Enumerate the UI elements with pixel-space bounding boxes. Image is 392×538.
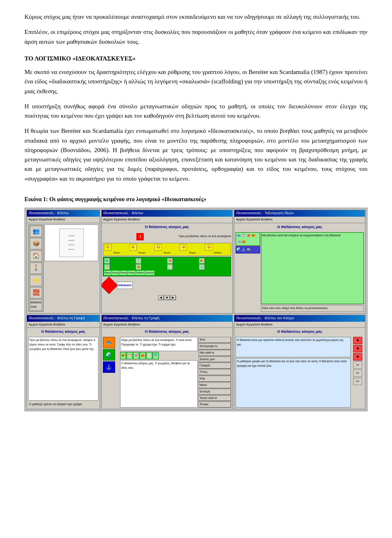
- green-label-4: Ψαριά: [128, 271, 135, 275]
- menu-btn-2[interactable]: Επιστροφή τις: [198, 343, 231, 350]
- panel6-text-2: Η μαθήτρια γράφει για τη θάλασσα και τα …: [236, 358, 351, 408]
- smiley-3: 😊: [154, 244, 162, 251]
- menu-btn-8[interactable]: Μέσα: [198, 382, 231, 388]
- panel2-menubar: Αρχείο Εργαλεία Βοήθεια: [102, 217, 232, 223]
- panel3-main-title: Ο Θαλάσσιος κόσμος μας: [236, 224, 364, 230]
- diamond-icon: [102, 277, 118, 294]
- smiley-4: 😐: [180, 244, 187, 251]
- p5-gr-icon-5: 🐚: [146, 352, 152, 359]
- p3-icon-5: 🐋: [236, 239, 241, 245]
- panel-top-left: Ιδεοκατασκευές - Βλέπω Αρχείο Εργαλεία Β…: [27, 210, 100, 313]
- diamond-area: intelearn: [103, 277, 231, 294]
- panel1-doc-preview: ════════════: [59, 229, 84, 257]
- p3-bottom-text: Κάνε κλικ στον οδηγό που θέλεις να μεταν…: [261, 305, 364, 312]
- p6-btn-gray-1[interactable]: ═: [353, 361, 362, 369]
- panel4-text: Πριν μα βλέπεις πάνω σε ένα αντικείμενο,…: [28, 337, 98, 401]
- p6-btn-red-3[interactable]: ■: [353, 353, 362, 361]
- nav-controls[interactable]: ◀ ■ ▶: [103, 295, 231, 300]
- p3-icon-2: 🦈: [241, 233, 246, 239]
- panel2-main-title: Ο θαλάσσιος κόσμος μας: [103, 224, 231, 230]
- label-2: Ήσυχη: [129, 251, 154, 255]
- figure-caption: Εικόνα 1: Οι φάσεις συγγραφής κειμένου σ…: [24, 195, 368, 204]
- p5-icon-fish: 🐟: [103, 337, 115, 348]
- green-label-5: Παιδική: [136, 271, 145, 275]
- menu-btn-5[interactable]: Γραμμές: [198, 363, 231, 369]
- green-icon-1: 🐟: [104, 258, 110, 264]
- panel6-content: Ο Θαλάσσιος κόσμος μας Η θάλασσα είναι μ…: [234, 328, 365, 409]
- p5-gr-icon-4: 🦀: [140, 352, 146, 359]
- labels-row: Άδεια Ήσυχη Νησιά Ψαριά Παιδική: [104, 251, 230, 255]
- p5-gr-icon-2: 🐡: [127, 352, 133, 359]
- panel4-titlebar: Ιδεοκατασκευές - Βλέπω τη Γραφή: [27, 315, 100, 322]
- panel3-icon-col-left: 🐟 🦈 🐙 🐠 🐋 🦀 🌊 ⚓ 🚢: [236, 232, 260, 312]
- nav-stop[interactable]: ■: [164, 295, 170, 300]
- bottom-panel-row: Ιδεοκατασκευές - Βλέπω τη Γραφή Αρχείο Ε…: [27, 315, 365, 410]
- panel2-titlebar: Ιδεοκατασκευές - Βλέπω: [102, 210, 232, 217]
- menu-btn-6[interactable]: Τίτλος: [198, 369, 231, 375]
- panel-top-middle: Ιδεοκατασκευές - Βλέπω Αρχείο Εργαλεία Β…: [101, 210, 233, 313]
- menu-btn-9[interactable]: Επιλογή: [198, 389, 231, 395]
- paragraph-2: Επιπλέον, οι επιμέρους στόχοι μας στηρίζ…: [24, 27, 368, 47]
- panel-bottom-right: Ιδεοκατασκευές - Βλέπω τον Κόσμο Αρχείο …: [234, 315, 365, 410]
- p6-btn-gray-3[interactable]: ═: [353, 378, 362, 385]
- panel6-right-toolbar: ■ ■ ■ ═ ═ ═: [352, 337, 364, 408]
- bottom-icon-group: 🌊 ⚓ 🚢: [236, 246, 260, 253]
- icon-text: ΒΕΒΑΙΩΣΕΙΣ: [30, 299, 42, 311]
- panel-bottom-left: Ιδεοκατασκευές - Βλέπω τη Γραφή Αρχείο Ε…: [27, 315, 100, 410]
- p5-gr-icon-1: 🐠: [120, 352, 126, 359]
- menu-btn-11[interactable]: Έτοιμο: [198, 401, 231, 408]
- nav-prev[interactable]: ◀: [158, 295, 164, 300]
- panel6-menubar: Αρχείο Εργαλεία Βοήθεια: [234, 322, 365, 328]
- smiley-5: 😊: [205, 244, 212, 251]
- menu-btn-10[interactable]: Τελικό αίσθ αί: [198, 395, 231, 401]
- p6-btn-gray-2[interactable]: ═: [353, 370, 362, 377]
- paragraph-3: Με σκοπό να ενισχύσουν τις δραστηριότητε…: [24, 67, 368, 96]
- panel1-menubar: Αρχείο Εργαλεία Βοήθεια: [27, 217, 100, 223]
- green-icon-8: 🐋: [199, 264, 205, 270]
- smiley-2: 😐: [129, 244, 137, 251]
- green-label-2: Ήσυχη: [111, 271, 120, 275]
- panel3-content: Ο Θαλάσσιος κόσμος μας 🐟 🦈 🐙 🐠 🐋 🦀: [234, 223, 365, 313]
- p5-gr-icon-6: 🐬: [153, 352, 159, 359]
- green-icon-4: 🐠: [199, 258, 205, 264]
- menu-btn-7[interactable]: Κεφ.: [198, 376, 231, 382]
- green-icon-7: 🐚: [167, 264, 173, 270]
- smiley-grid: 😊 😐 😊 😐 😊: [104, 244, 230, 251]
- p5-icon-anchor: ⚓: [103, 361, 115, 373]
- green-icon-3: 🐙: [167, 258, 173, 264]
- panel5-text-top: Πάρε μα βλέπεις πάνω σε ένα αντικείμενο.…: [120, 337, 198, 351]
- panel1-image-area: ════════════: [45, 224, 98, 261]
- label-3: Νησιά: [154, 251, 179, 255]
- p6-btn-red-2[interactable]: ■: [353, 345, 362, 352]
- p5-gr-icon-3: 🦑: [133, 352, 139, 359]
- green-label-6: Σκοπός: [145, 271, 154, 275]
- section-heading: ΤΟ ΛΟΓΙΣΜΙΚΟ «ΙΔΕΟΚΑΤΑΣΚΕΥΕΣ»: [24, 54, 368, 63]
- p3-icon-6: 🦀: [241, 239, 246, 245]
- nav-play[interactable]: ▶: [170, 295, 176, 300]
- p5-icon-sea: 🌊: [103, 349, 115, 361]
- panel4-content: Ο θαλάσσιος κόσμος μας Πριν μα βλέπεις π…: [27, 328, 100, 409]
- p3-icon-4: 🐠: [251, 233, 256, 239]
- intelearn-logo: intelearn: [117, 282, 133, 289]
- panel3-titlebar: Ιδεοκατασκευές - Ταξινόμηση Ιδεών: [234, 210, 365, 217]
- p3-icon-3: 🐙: [246, 233, 251, 239]
- green-icon-5: 🐡: [104, 264, 110, 270]
- panel6-main-title: Ο Θαλάσσιος κόσμος μας: [236, 329, 364, 335]
- panel1-sidebar: 👥 📦 🏠 🚶 ⭐ 🧱 ΒΕΒΑΙΩΣΕΙΣ: [28, 224, 44, 312]
- panel5-menubar: Αρχείο Εργαλεία Βοήθεια: [102, 322, 232, 328]
- icon-grid-green: 🐟 🦈 🐙 🐠 🐡 🦀 🐚 🐋: [104, 258, 230, 270]
- menu-btn-1[interactable]: Ένα: [198, 337, 231, 343]
- menu-btn-4[interactable]: Σκοπος μου: [198, 356, 231, 363]
- p3-text-area: Μα βλέπετε κατά θα ελέγξετε να ενεργοποι…: [261, 232, 364, 304]
- paragraph-4: Η υποστήριξη συνήθως αφορά ένα σύνολο με…: [24, 102, 368, 121]
- icon-blocks: 🧱: [30, 287, 42, 298]
- panel-top-right: Ιδεοκατασκευές - Ταξινόμηση Ιδεών Αρχείο…: [234, 210, 365, 313]
- menu-btn-3[interactable]: Νέο αίσθ αί: [198, 350, 231, 356]
- green-label-3: Νησιά: [120, 271, 127, 275]
- green-label-1: Άδεια: [104, 271, 111, 275]
- icon-person: 🚶: [30, 262, 42, 274]
- green-icon-area: 🐟 🦈 🐙 🐠 🐡 🦀 🐚 🐋 Άδεια: [103, 257, 231, 276]
- p6-btn-red-1[interactable]: ■: [353, 337, 362, 344]
- green-icon-2: 🦈: [136, 258, 141, 264]
- panel6-titlebar: Ιδεοκατασκευές - Βλέπω τον Κόσμο: [234, 315, 365, 322]
